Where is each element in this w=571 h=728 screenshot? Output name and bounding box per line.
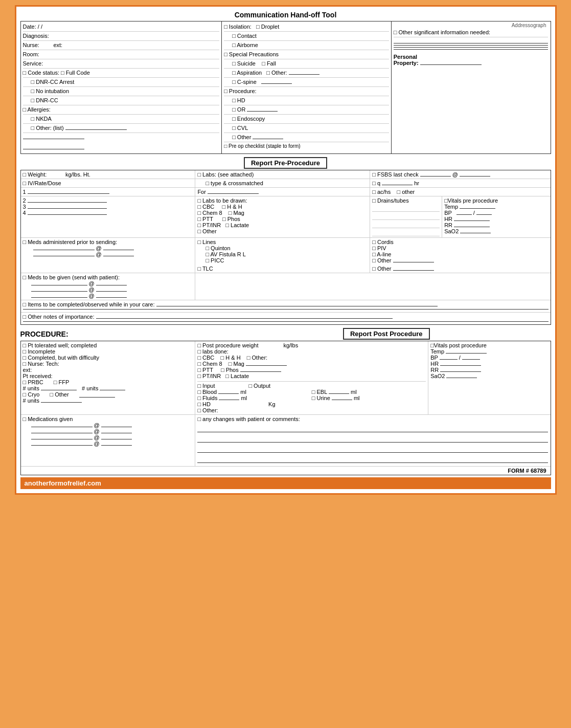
at-post4: @ bbox=[94, 440, 100, 447]
ptt: □ PTT bbox=[197, 216, 213, 222]
bp-post: BP bbox=[430, 355, 438, 361]
addressograph: Addressograph bbox=[394, 23, 549, 28]
mag-post: □ Mag bbox=[229, 361, 244, 367]
other-notes: □ Other notes of importance: bbox=[23, 314, 95, 320]
labs-done: □ labs done: bbox=[197, 348, 228, 355]
property-label: Property: bbox=[394, 60, 419, 66]
at3: @ bbox=[89, 280, 95, 286]
av-fistula: □ AV Fistula R L bbox=[205, 251, 246, 257]
chem8: □ Chem 8 bbox=[197, 210, 222, 216]
code-status: □ Code status: □ Full Code bbox=[23, 70, 90, 76]
hr-vitals: HR bbox=[444, 216, 452, 222]
picc: □ PICC bbox=[205, 257, 224, 263]
nkda: □ NKDA bbox=[31, 116, 52, 122]
meds-send: □ Meds to be given (send with patient): bbox=[23, 274, 120, 280]
fluids-label: □ Fluids bbox=[197, 395, 217, 401]
at5: @ bbox=[89, 293, 95, 299]
q-label: □ q bbox=[372, 180, 380, 186]
c-spine: □ C-spine bbox=[232, 79, 257, 85]
for-label: For bbox=[197, 189, 206, 195]
ebl-label: □ EBL bbox=[312, 389, 327, 395]
achs: □ ac/hs bbox=[372, 189, 391, 195]
pt-tolerated: □ Pt tolerated well; completed bbox=[23, 342, 97, 348]
mag: □ Mag bbox=[229, 210, 244, 216]
fall: □ Fall bbox=[262, 60, 276, 67]
ptinr: □ PT/INR bbox=[197, 222, 221, 228]
line-1: 1 bbox=[23, 189, 26, 195]
a-line: □ A-line bbox=[372, 251, 391, 257]
bp-label: BP bbox=[444, 210, 451, 216]
fsbs-label: □ FSBS last check bbox=[372, 171, 418, 178]
cbc: □ CBC bbox=[197, 204, 214, 210]
cordis: □ Cordis bbox=[372, 239, 394, 245]
or: □ OR bbox=[232, 106, 245, 113]
line-3: 3 bbox=[23, 204, 26, 210]
airborne: □ Airborne bbox=[232, 42, 258, 48]
meds-given: □ Medications given bbox=[23, 416, 73, 422]
fluids-ml: ml bbox=[241, 395, 247, 401]
no-intubation: □ No intubation bbox=[31, 88, 70, 94]
sao2-label: SaO2 bbox=[444, 228, 459, 234]
personal-property: Personal bbox=[394, 54, 417, 60]
ffp: □ FFP bbox=[54, 379, 69, 385]
ebl-ml: ml bbox=[351, 389, 357, 395]
meds-prior: □ Meds administered prior to sending: bbox=[23, 239, 118, 245]
other-post: □ Other: bbox=[247, 355, 267, 361]
drains-tubes: □ Drains/tubes bbox=[372, 197, 408, 204]
rr-post: RR bbox=[430, 367, 439, 373]
date-label: Date: bbox=[23, 24, 36, 30]
other-lines: □ Other bbox=[372, 257, 391, 263]
units-ffp: # units bbox=[82, 385, 98, 391]
ext-post: ext: bbox=[23, 367, 32, 373]
suicide: □ Suicide bbox=[232, 60, 256, 67]
hh-post: □ H & H bbox=[221, 355, 241, 361]
date-slash2: / bbox=[41, 24, 42, 30]
ext-label: ext: bbox=[53, 42, 62, 48]
items-label: □ Items to be completed/observed while i… bbox=[23, 301, 155, 307]
type-cross: □ type & crossmatched bbox=[205, 180, 263, 186]
lactate: □ Lactate bbox=[225, 222, 249, 228]
chem8-post: □ Chem 8 bbox=[197, 361, 222, 367]
labs-label: □ Labs: (see attached) bbox=[197, 171, 254, 178]
form-number: FORM # 68789 bbox=[508, 468, 546, 474]
at-post3: @ bbox=[94, 434, 100, 440]
other-output: □ Other: bbox=[197, 407, 218, 413]
post-weight: □ Post procedure weight bbox=[197, 342, 258, 348]
at-symbol: @ bbox=[452, 171, 458, 178]
iv-label: □ IV/Rate/Dose bbox=[23, 180, 61, 186]
pre-procedure-header: Report Pre-Procedure bbox=[244, 157, 327, 169]
hd-kg: Kg bbox=[268, 401, 275, 407]
pre-op: □ Pre op checklist (staple to form) bbox=[224, 143, 300, 149]
units-cryo: # units bbox=[23, 398, 39, 404]
incomplete: □ Incomplete bbox=[23, 348, 56, 355]
other-proc: □ Other bbox=[232, 134, 251, 140]
temp-label: Temp bbox=[444, 204, 458, 210]
urine-label: □ Urine bbox=[312, 395, 330, 401]
footer-website: anotherformofrelief.com bbox=[25, 479, 101, 487]
vitals-pre: □Vitals pre procedure bbox=[444, 197, 498, 204]
cvl: □ CVL bbox=[232, 125, 248, 131]
service-label: Service: bbox=[23, 60, 43, 67]
sao2-post: SaO2 bbox=[430, 373, 445, 379]
lactate-post: □ Lactate bbox=[225, 373, 249, 379]
at-post2: @ bbox=[94, 428, 100, 434]
aspiration: □ Aspiration bbox=[232, 70, 262, 76]
hh: □ H & H bbox=[222, 204, 242, 210]
endoscopy: □ Endoscopy bbox=[232, 116, 265, 122]
weight-unit: kg/lbs. Ht. bbox=[65, 171, 90, 178]
cbc-post: □ CBC bbox=[197, 355, 214, 361]
special-precautions: □ Special Precautions bbox=[224, 51, 279, 57]
diagnosis-label: Diagnosis: bbox=[23, 33, 49, 39]
date-slash1: / bbox=[38, 24, 39, 30]
hd: □ HD bbox=[232, 97, 245, 103]
nurse-label: Nurse: bbox=[23, 42, 39, 48]
nurse-tech: □ Nurse: Tech: bbox=[23, 361, 59, 367]
at-post1: @ bbox=[94, 422, 100, 428]
contact: □ Contact bbox=[232, 33, 257, 39]
other-middle: □ Other: bbox=[266, 70, 287, 76]
other-list: □ Other: (list) bbox=[31, 125, 64, 131]
phos-post: □ Phos bbox=[221, 367, 239, 373]
line-2: 2 bbox=[23, 197, 26, 204]
other-blood: □ Other bbox=[50, 391, 68, 398]
units-prbc: # units bbox=[23, 385, 39, 391]
